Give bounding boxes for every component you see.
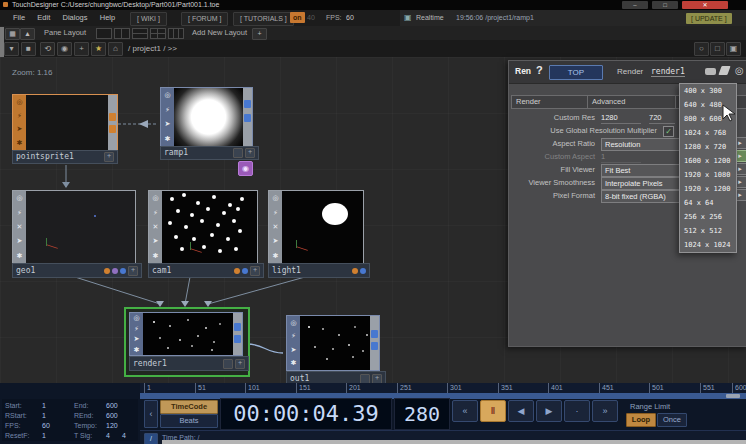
expand-plus[interactable]: + <box>250 266 260 276</box>
bypass-flag-icon[interactable]: ➤ <box>17 237 23 245</box>
timecode-mode-button[interactable]: TimeCode <box>160 400 218 414</box>
lock-flag-icon[interactable]: ✱ <box>273 252 279 260</box>
menu-item-resolution[interactable]: 64 x 64 <box>680 196 736 210</box>
node-outputs[interactable] <box>108 95 117 150</box>
color-dot-blue[interactable] <box>120 268 126 274</box>
delete-flag-icon[interactable]: ✕ <box>17 223 23 231</box>
language-icon[interactable] <box>718 66 730 75</box>
node-name-bar[interactable]: light1 <box>268 263 370 278</box>
expand-plus[interactable]: + <box>235 359 245 369</box>
menu-item-resolution[interactable]: 256 x 256 <box>680 210 736 224</box>
render-flag-icon[interactable]: ⚡ <box>165 106 170 114</box>
bypass-flag-icon[interactable]: ➤ <box>165 120 171 128</box>
display-flag-icon[interactable]: ◎ <box>133 314 139 322</box>
dropdown-caret-icon[interactable]: ▾ <box>4 42 19 56</box>
step-button[interactable]: · <box>564 400 590 422</box>
pane-rect-icon[interactable]: □ <box>710 42 725 56</box>
export-badge[interactable]: ◉ <box>238 161 253 176</box>
lock-flag-icon[interactable]: ✱ <box>153 252 159 260</box>
menu-item-resolution[interactable]: 1024 x 768 <box>680 126 736 140</box>
display-flag-icon[interactable]: ◎ <box>16 98 22 106</box>
node-viewer[interactable] <box>143 313 233 355</box>
node-name-bar[interactable]: render1 + <box>129 356 249 371</box>
node-viewer[interactable] <box>282 191 363 263</box>
tab-advanced[interactable]: Advanced <box>587 95 681 109</box>
home-icon[interactable]: ⌂ <box>108 42 123 56</box>
maximize-button[interactable]: □ <box>652 1 678 9</box>
output-connector[interactable] <box>234 323 241 331</box>
layout-preset-4[interactable] <box>150 28 166 39</box>
lock-flag-icon[interactable]: ✱ <box>17 252 23 260</box>
pane-split-handle[interactable] <box>0 27 4 57</box>
output-connector[interactable] <box>244 114 251 122</box>
node-outputs[interactable] <box>243 88 252 146</box>
bypass-flag-icon[interactable]: ➤ <box>134 335 140 343</box>
time-path-slash-button[interactable]: / <box>144 433 158 444</box>
display-flag-icon[interactable]: ◎ <box>290 319 296 327</box>
once-button[interactable]: Once <box>657 413 687 427</box>
color-dot-orange[interactable] <box>234 268 240 274</box>
custom-res-height-field[interactable]: 720 <box>649 112 675 124</box>
color-dot-blue[interactable] <box>360 268 366 274</box>
bypass-flag-icon[interactable]: ➤ <box>153 237 159 245</box>
output-connector[interactable] <box>234 335 241 343</box>
on-toggle[interactable]: on <box>290 12 305 23</box>
node-name-bar[interactable]: geo1 + <box>12 263 142 278</box>
delete-flag-icon[interactable]: ✕ <box>153 223 159 231</box>
bypass-flag-icon[interactable]: ➤ <box>291 346 297 354</box>
info-value[interactable]: 60 <box>42 421 50 431</box>
jump-start-button[interactable]: « <box>452 400 478 422</box>
display-flag-icon[interactable]: ◎ <box>164 91 170 99</box>
node-name-bar[interactable]: cam1 + <box>148 263 264 278</box>
collapse-box[interactable] <box>223 359 233 369</box>
render-flag-icon[interactable]: ⚡ <box>17 112 22 120</box>
display-flag-icon[interactable]: ◎ <box>152 194 158 202</box>
info-value[interactable]: 4 <box>122 431 126 441</box>
render-flag-icon[interactable]: ⚡ <box>17 209 22 217</box>
node-flags[interactable]: ◎ ⚡ ➤ ✱ <box>287 316 300 370</box>
info-value[interactable]: 1 <box>42 401 46 411</box>
expand-plus[interactable]: + <box>245 148 255 158</box>
info-value[interactable]: 600 <box>106 411 118 421</box>
render-flag-icon[interactable]: ⚡ <box>134 325 139 333</box>
output-connector[interactable] <box>109 125 116 133</box>
layout-preset-1[interactable] <box>96 28 112 39</box>
menu-item-resolution[interactable]: 1920 x 1200 <box>680 182 736 196</box>
family-badge[interactable]: TOP <box>549 65 603 80</box>
collapse-timeline-button[interactable]: ‹ <box>144 400 158 428</box>
node-flags[interactable]: ◎ ⚡ ➤ ✱ <box>130 313 143 355</box>
info-value[interactable]: 4 <box>106 431 110 441</box>
collapse-box[interactable] <box>233 148 243 158</box>
node-outputs[interactable] <box>370 316 379 370</box>
node-name-bar[interactable]: pointsprite1 + <box>12 150 118 164</box>
render-flag-icon[interactable]: ⚡ <box>153 209 158 217</box>
color-dot-purple[interactable] <box>112 268 118 274</box>
range-handle[interactable] <box>726 394 740 398</box>
color-dot-orange[interactable] <box>352 268 358 274</box>
realtime-label[interactable]: Realtime <box>416 14 444 21</box>
bookmark-star-icon[interactable]: ★ <box>91 42 106 56</box>
parameter-header[interactable]: Ren ? TOP Render render1 ◎ <box>509 61 746 84</box>
color-dot-blue[interactable] <box>242 268 248 274</box>
expand-plus[interactable]: + <box>372 374 382 384</box>
lock-flag-icon[interactable]: ✱ <box>17 139 23 147</box>
forum-link[interactable]: [ FORUM ] <box>181 12 228 26</box>
bypass-flag-icon[interactable]: ➤ <box>17 125 23 133</box>
menu-item-resolution[interactable]: 1600 x 1200 <box>680 154 736 168</box>
output-connector[interactable] <box>371 342 378 350</box>
display-flag-icon[interactable]: ◎ <box>272 194 278 202</box>
node-flags[interactable]: ◎ ⚡ ✕ ➤ ✱ <box>269 191 282 263</box>
node-flags[interactable]: ◎ ⚡ ➤ ✱ <box>13 95 26 150</box>
help-icon[interactable]: ? <box>536 64 543 76</box>
delete-flag-icon[interactable]: ✕ <box>273 223 279 231</box>
display-flag-icon[interactable]: ◎ <box>16 194 22 202</box>
node-flags[interactable]: ◎ ⚡ ✕ ➤ ✱ <box>149 191 162 263</box>
gear-icon[interactable]: ◎ <box>735 65 744 76</box>
custom-res-width-field[interactable]: 1280 <box>601 112 641 124</box>
lock-flag-icon[interactable]: ✱ <box>291 359 297 367</box>
cycle-icon[interactable]: ⟲ <box>40 42 55 56</box>
loop-button[interactable]: Loop <box>626 413 656 427</box>
node-viewer[interactable] <box>26 191 135 263</box>
node-flags[interactable]: ◎ ⚡ ✕ ➤ ✱ <box>13 191 26 263</box>
render-flag-icon[interactable]: ⚡ <box>291 332 296 340</box>
